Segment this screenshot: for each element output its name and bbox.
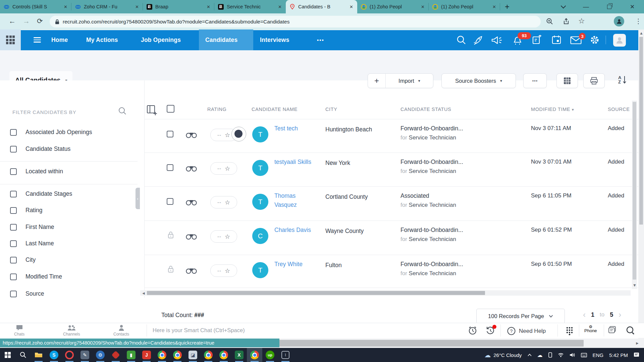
phone-button[interactable]: ⚙Phone: [584, 325, 597, 333]
filter-item-rating[interactable]: Rating: [10, 207, 43, 214]
chrome-icon[interactable]: [201, 348, 216, 362]
candidate-name-link[interactable]: Trey White: [274, 260, 311, 269]
taskbar-app-icon[interactable]: ▮: [123, 348, 139, 362]
need-help-button[interactable]: ? Need Help: [507, 327, 546, 335]
volume-icon[interactable]: [570, 353, 575, 357]
taskbar-app-icon[interactable]: ⌇: [278, 348, 293, 362]
browser-tab[interactable]: Ƀ Braap ✕: [143, 0, 214, 13]
chat-search-icon[interactable]: [626, 326, 635, 335]
table-row[interactable]: --☆ T testyaali Skills New York Forward-…: [145, 153, 644, 187]
column-header-candidate-name[interactable]: CANDIDATE NAME: [252, 107, 298, 112]
checkbox[interactable]: [10, 168, 17, 175]
star-icon[interactable]: ☆: [225, 199, 230, 206]
page-prev-icon[interactable]: ‹: [583, 310, 586, 319]
nav-item-home[interactable]: Home: [51, 29, 68, 50]
tray-chevron-up-icon[interactable]: [528, 354, 532, 356]
chrome-icon[interactable]: [154, 348, 170, 362]
candidate-name-link[interactable]: Thomas Vasquez: [274, 191, 311, 209]
taskbar-app-icon[interactable]: ✎: [77, 348, 93, 362]
candidate-avatar[interactable]: T: [252, 262, 268, 278]
browser-tab[interactable]: Controls (Skill S ✕: [0, 0, 71, 13]
star-icon[interactable]: ☆: [225, 165, 230, 172]
row-checkbox[interactable]: [167, 131, 173, 137]
browser-tab[interactable]: (1) Zoho Peopl ✕: [429, 0, 500, 13]
checkbox[interactable]: [10, 291, 17, 297]
mail-icon[interactable]: [570, 36, 580, 46]
taskbar-app-icon[interactable]: ◪: [185, 348, 201, 362]
table-row[interactable]: --☆ C Charles Davis Wayne County Forward…: [145, 221, 644, 255]
dialpad-icon[interactable]: [566, 326, 574, 335]
bookmark-star-icon[interactable]: ☆: [578, 17, 585, 25]
checkbox[interactable]: [10, 274, 17, 280]
column-header-modified-time[interactable]: MODIFIED TIME ▾: [531, 107, 574, 112]
reload-button[interactable]: ⟳: [37, 17, 43, 25]
source-boosters-button[interactable]: Source Boosters ▾: [441, 73, 516, 88]
column-header-source[interactable]: SOURCE: [608, 107, 630, 112]
nav-item-interviews[interactable]: Interviews: [260, 29, 289, 50]
channels-button[interactable]: Channels: [63, 324, 80, 337]
filter-item-associated-job-openings[interactable]: Associated Job Openings: [10, 129, 92, 136]
announcements-megaphone-icon[interactable]: [491, 36, 501, 46]
language-indicator[interactable]: ENG: [593, 352, 604, 358]
candidate-name-link[interactable]: Test tech: [274, 124, 311, 133]
browser-tab[interactable]: (1) Zoho Peopl ✕: [357, 0, 429, 13]
chrome-icon-active[interactable]: [247, 348, 262, 362]
onedrive-cloud-icon[interactable]: ☁: [537, 352, 543, 358]
sidebar-collapse-handle[interactable]: ‹: [136, 188, 140, 209]
filter-item-modified-time[interactable]: Modified Time: [10, 273, 62, 280]
tab-close-icon[interactable]: ✕: [420, 4, 425, 9]
page-v-scrollbar-thumb[interactable]: [639, 37, 643, 225]
window-close-button[interactable]: ✕: [625, 0, 640, 13]
preview-binoculars-icon[interactable]: [185, 131, 198, 139]
rating-pill[interactable]: --☆: [210, 196, 237, 208]
preview-binoculars-icon[interactable]: [185, 164, 198, 172]
tab-close-icon[interactable]: ✕: [206, 4, 211, 9]
rating-pill[interactable]: --☆: [210, 230, 237, 243]
weather-widget[interactable]: ☁ 26°C Cloudy: [484, 351, 522, 359]
tab-close-icon[interactable]: ✕: [63, 4, 68, 9]
candidate-avatar[interactable]: T: [252, 194, 268, 210]
tab-close-icon[interactable]: ✕: [492, 4, 497, 9]
row-checkbox[interactable]: [167, 164, 173, 171]
browser-tab[interactable]: Ƀ Service Technic ✕: [214, 0, 286, 13]
checkbox[interactable]: [10, 129, 17, 136]
window-restore-button[interactable]: [601, 0, 617, 13]
your-phone-icon[interactable]: [548, 352, 552, 358]
checkbox[interactable]: [10, 207, 17, 214]
back-button[interactable]: ←: [9, 17, 16, 25]
window-minimize-button[interactable]: —: [578, 0, 594, 13]
browser-tab[interactable]: Zoho CRM - Fu ✕: [71, 0, 143, 13]
touch-keyboard-icon[interactable]: [581, 353, 587, 357]
settings-gear-icon[interactable]: [590, 35, 600, 45]
candidate-avatar[interactable]: T: [252, 126, 268, 142]
notification-center-icon[interactable]: [634, 352, 639, 358]
column-header-city[interactable]: CITY: [325, 107, 337, 112]
import-button[interactable]: Import▾: [386, 78, 433, 84]
checkbox[interactable]: [10, 224, 17, 231]
browser-menu-kebab-icon[interactable]: ⋮: [635, 17, 642, 25]
rating-pill[interactable]: --☆: [210, 162, 237, 175]
browser-profile-avatar[interactable]: [614, 16, 624, 26]
calendar-icon[interactable]: [551, 35, 561, 45]
hamburger-menu-icon[interactable]: [34, 29, 41, 50]
candidate-name-link[interactable]: testyaali Skills: [274, 158, 311, 167]
preview-binoculars-icon[interactable]: [185, 198, 198, 206]
history-icon[interactable]: [486, 326, 495, 335]
table-v-scrollbar-thumb[interactable]: [633, 102, 636, 280]
nav-item-candidates[interactable]: Candidates: [205, 29, 237, 50]
wifi-icon[interactable]: [558, 353, 564, 357]
chrome-icon[interactable]: [170, 348, 185, 362]
star-icon[interactable]: ☆: [225, 233, 230, 240]
scroll-up-arrow-icon[interactable]: ▲: [639, 31, 643, 36]
reminder-alarm-icon[interactable]: [468, 326, 477, 335]
filter-item-first-name[interactable]: First Name: [10, 224, 54, 231]
star-icon[interactable]: ☆: [225, 267, 230, 275]
quick-add-note-icon[interactable]: [532, 35, 542, 45]
add-candidate-button[interactable]: +: [368, 74, 386, 88]
taskbar-search-icon[interactable]: [15, 348, 31, 362]
tab-close-icon[interactable]: ✕: [135, 4, 140, 9]
checkbox[interactable]: [10, 191, 17, 197]
excel-icon[interactable]: X: [231, 348, 247, 362]
upwork-icon[interactable]: up: [262, 348, 278, 362]
table-h-scrollbar-thumb[interactable]: [147, 291, 485, 295]
